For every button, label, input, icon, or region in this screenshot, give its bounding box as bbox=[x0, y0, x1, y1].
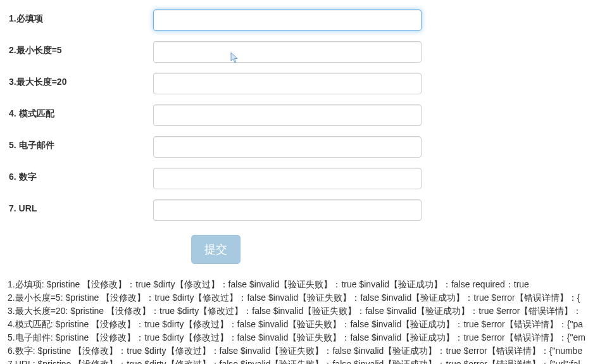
minlength-input[interactable] bbox=[153, 41, 422, 63]
input-wrap bbox=[153, 9, 422, 31]
field-label: 4. 模式匹配 bbox=[8, 104, 153, 120]
status-line: 7.URL: $pristine 【没修改】：true $dirty【修改过】：… bbox=[8, 358, 592, 364]
field-label: 7. URL bbox=[8, 199, 153, 213]
number-input[interactable] bbox=[153, 168, 422, 189]
status-line: 3.最大长度=20: $pristine 【没修改】：true $dirty【修… bbox=[8, 304, 592, 318]
input-wrap bbox=[153, 73, 422, 94]
field-label: 5. 电子邮件 bbox=[8, 136, 153, 151]
submit-row: 提交 bbox=[191, 235, 592, 264]
status-block: 1.必填项: $pristine 【没修改】：true $dirty【修改过】：… bbox=[8, 278, 592, 364]
validation-form: 1.必填项 2.最小长度=5 3.最大长度=20 4. 模式匹配 5. 电子邮件… bbox=[8, 9, 592, 264]
input-wrap bbox=[153, 104, 422, 126]
field-row-required: 1.必填项 bbox=[8, 9, 592, 31]
input-wrap bbox=[153, 168, 422, 189]
field-row-url: 7. URL bbox=[8, 199, 592, 221]
field-row-email: 5. 电子邮件 bbox=[8, 136, 592, 158]
submit-button[interactable]: 提交 bbox=[191, 235, 241, 264]
status-line: 5.电子邮件: $pristine 【没修改】：true $dirty【修改过】… bbox=[8, 331, 592, 344]
input-wrap bbox=[153, 136, 422, 158]
field-row-maxlength: 3.最大长度=20 bbox=[8, 73, 592, 94]
required-input[interactable] bbox=[153, 9, 422, 31]
field-row-number: 6. 数字 bbox=[8, 168, 592, 189]
field-row-pattern: 4. 模式匹配 bbox=[8, 104, 592, 126]
status-line: 6.数字: $pristine 【没修改】：true $dirty【修改过】：f… bbox=[8, 344, 592, 358]
input-wrap bbox=[153, 41, 422, 63]
input-wrap bbox=[153, 199, 422, 221]
field-label: 6. 数字 bbox=[8, 168, 153, 183]
email-input[interactable] bbox=[153, 136, 422, 158]
maxlength-input[interactable] bbox=[153, 73, 422, 94]
status-line: 1.必填项: $pristine 【没修改】：true $dirty【修改过】：… bbox=[8, 278, 592, 291]
field-row-minlength: 2.最小长度=5 bbox=[8, 41, 592, 63]
url-input[interactable] bbox=[153, 199, 422, 221]
field-label: 3.最大长度=20 bbox=[8, 73, 153, 88]
field-label: 1.必填项 bbox=[8, 9, 153, 25]
status-line: 4.模式匹配: $pristine 【没修改】：true $dirty【修改过】… bbox=[8, 318, 592, 331]
pattern-input[interactable] bbox=[153, 104, 422, 126]
status-line: 2.最小长度=5: $pristine 【没修改】：true $dirty【修改… bbox=[8, 291, 592, 304]
field-label: 2.最小长度=5 bbox=[8, 41, 153, 56]
